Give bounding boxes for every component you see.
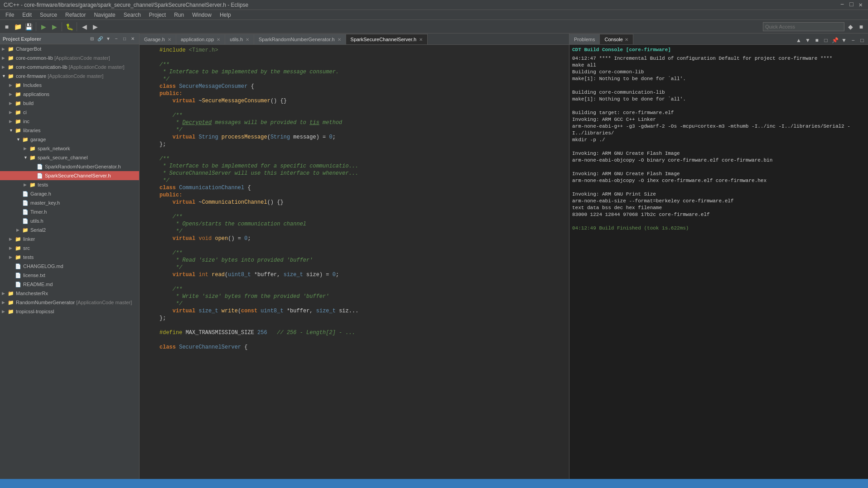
open-btn[interactable]: 📁 xyxy=(13,22,23,32)
tree-readme[interactable]: ▶ 📄 README.md xyxy=(0,280,139,289)
code-line-25: * Opens/starts the communication channel xyxy=(140,220,569,228)
tree-license[interactable]: ▶ 📄 license.txt xyxy=(0,271,139,280)
tree-core-common-lib[interactable]: ▶ 📁 core-common-lib [ApplicationCode mas… xyxy=(0,53,139,62)
tree-build[interactable]: ▶ 📁 build xyxy=(0,99,139,108)
console-scroll-up[interactable]: ▲ xyxy=(795,36,803,44)
tree-includes[interactable]: ▶ 📁 Includes xyxy=(0,81,139,90)
icon-core-comm-lib: 📁 xyxy=(7,63,14,71)
tab-application-cpp-label: application.cpp xyxy=(181,37,214,42)
tab-console-close[interactable]: ✕ xyxy=(625,37,628,42)
tab-application-cpp-close[interactable]: ✕ xyxy=(217,37,220,42)
tab-spark-random-close[interactable]: ✕ xyxy=(338,37,341,42)
menu-navigate[interactable]: Navigate xyxy=(90,11,119,19)
menu-search[interactable]: Search xyxy=(120,11,145,19)
tree-changelog[interactable]: ▶ 📄 CHANGELOG.md xyxy=(0,262,139,271)
perspectives-btn[interactable]: ◆ xyxy=(845,22,855,32)
console-maximize[interactable]: □ xyxy=(858,36,866,44)
console-clear[interactable]: ■ xyxy=(813,36,821,44)
tree-serial2[interactable]: ▶ 📁 Serial2 xyxy=(0,225,139,234)
new-btn[interactable]: ■ xyxy=(2,22,12,32)
back-btn[interactable]: ◀ xyxy=(79,22,89,32)
explorer-menu-btn[interactable]: ▼ xyxy=(105,35,112,43)
tree-core-firmware[interactable]: ▼ 📁 core-firmware [ApplicationCode maste… xyxy=(0,72,139,81)
menu-file[interactable]: File xyxy=(2,11,18,19)
code-line-35: * Write 'size' bytes from the provided '… xyxy=(140,293,569,300)
forward-btn[interactable]: ▶ xyxy=(90,22,100,32)
tree-chargerbot[interactable]: ▶ 📁 ChargerBot xyxy=(0,44,139,53)
tree-garage-h[interactable]: ▶ 📄 Garage.h xyxy=(0,189,139,198)
tree-ci[interactable]: ▶ 📁 ci xyxy=(0,108,139,117)
tree-timer-h[interactable]: ▶ 📄 Timer.h xyxy=(0,207,139,216)
menu-project[interactable]: Project xyxy=(145,11,169,19)
tree-master-key-h[interactable]: ▶ 📄 master_key.h xyxy=(0,198,139,207)
menu-edit[interactable]: Edit xyxy=(19,11,35,19)
close-btn[interactable]: ✕ xyxy=(859,1,863,9)
code-line-1: #include <Timer.h> xyxy=(140,47,569,54)
tree-tests-secure[interactable]: ▶ 📁 tests xyxy=(0,180,139,189)
tab-application-cpp[interactable]: application.cpp ✕ xyxy=(176,34,225,44)
tree-core-comm-lib[interactable]: ▶ 📁 core-communication-lib [ApplicationC… xyxy=(0,62,139,72)
menu-refactor[interactable]: Refactor xyxy=(62,11,89,19)
tab-spark-secure-server[interactable]: SparkSecureChannelServer.h ✕ xyxy=(346,34,428,44)
explorer-maximize-btn[interactable]: □ xyxy=(121,35,128,43)
tree-src[interactable]: ▶ 📁 src xyxy=(0,244,139,253)
quick-access-box[interactable] xyxy=(763,22,844,31)
tree-randomnumgen[interactable]: ▶ 📁 RandomNumberGenerator [ApplicationCo… xyxy=(0,298,139,307)
tree-spark-secure-channel[interactable]: ▼ 📁 spark_secure_channel xyxy=(0,153,139,162)
code-line-23 xyxy=(140,206,569,213)
title-bar-controls: − □ ✕ xyxy=(839,1,864,9)
tree-manchesterrx[interactable]: ▶ 📁 ManchesterRx xyxy=(0,289,139,298)
tab-garage-h-close[interactable]: ✕ xyxy=(168,37,171,42)
code-line-17: * Interface to be implemented for a spec… xyxy=(140,163,569,170)
tab-spark-secure-server-close[interactable]: ✕ xyxy=(419,37,423,42)
tab-utils-h-close[interactable]: ✕ xyxy=(246,37,249,42)
tree-applications[interactable]: ▶ 📁 applications xyxy=(0,90,139,99)
maximize-btn[interactable]: □ xyxy=(849,1,853,9)
code-line-32: virtual int read(uint8_t *buffer, size_t… xyxy=(140,271,569,278)
console-copy[interactable]: □ xyxy=(822,36,830,44)
debug-btn[interactable]: 🐛 xyxy=(64,22,74,32)
save-btn[interactable]: 💾 xyxy=(24,22,34,32)
tab-console[interactable]: Console ✕ xyxy=(600,34,633,44)
menu-source[interactable]: Source xyxy=(36,11,61,19)
tree-spark-random[interactable]: ▶ 📄 SparkRandomNumberGenerator.h xyxy=(0,162,139,171)
explorer-toolbar: ⊟ 🔗 ▼ − □ ✕ xyxy=(88,35,136,43)
tab-spark-random[interactable]: SparkRandomNumberGenerator.h ✕ xyxy=(254,34,346,44)
explorer-close-btn[interactable]: ✕ xyxy=(129,35,136,43)
tab-utils-h[interactable]: utils.h ✕ xyxy=(225,34,254,44)
menu-help[interactable]: Help xyxy=(216,11,235,19)
menu-window[interactable]: Window xyxy=(188,11,215,19)
build-btn[interactable]: ▶ xyxy=(39,22,48,32)
tree-linker[interactable]: ▶ 📁 linker xyxy=(0,234,139,244)
tree-tests-top[interactable]: ▶ 📁 tests xyxy=(0,253,139,262)
console-line-15: Invoking: ARM GNU Print Size xyxy=(572,191,865,198)
tree-libraries[interactable]: ▼ 📁 libraries xyxy=(0,126,139,135)
label-randomnumgen: RandomNumberGenerator [ApplicationCode m… xyxy=(16,300,132,305)
console-options[interactable]: ▼ xyxy=(840,36,848,44)
tree-inc[interactable]: ▶ 📁 inc xyxy=(0,117,139,126)
console-pin[interactable]: 📌 xyxy=(831,36,839,44)
console-output[interactable]: CDT Build Console [core-firmware] 04:12:… xyxy=(569,45,868,488)
tree-tropicssl[interactable]: ▶ 📁 tropicssl-tropicssl xyxy=(0,307,139,316)
menu-run[interactable]: Run xyxy=(170,11,188,19)
explorer-collapse-btn[interactable]: ⊟ xyxy=(88,35,96,43)
tree-utils-h[interactable]: ▶ 📄 utils.h xyxy=(0,216,139,225)
code-line-30: * Read 'size' bytes into provided 'buffe… xyxy=(140,257,569,264)
explorer-link-btn[interactable]: 🔗 xyxy=(96,35,104,43)
quick-access-input[interactable] xyxy=(765,24,842,29)
tree-spark-secure-server[interactable]: ▶ 📄 SparkSecureChannelServer.h xyxy=(0,171,139,180)
console-scroll-down[interactable]: ▼ xyxy=(804,36,812,44)
minimize-btn[interactable]: − xyxy=(840,1,844,9)
console-minimize[interactable]: − xyxy=(849,36,857,44)
explorer-header: Project Explorer ⊟ 🔗 ▼ − □ ✕ xyxy=(0,33,139,44)
views-btn[interactable]: ■ xyxy=(856,22,866,32)
run-btn[interactable]: ▶ xyxy=(49,22,59,32)
explorer-minimize-btn[interactable]: − xyxy=(113,35,120,43)
tab-problems[interactable]: Problems xyxy=(569,34,600,44)
tree-garage[interactable]: ▼ 📁 garage xyxy=(0,135,139,144)
tree-spark-network[interactable]: ▶ 📁 spark_network xyxy=(0,144,139,153)
code-editor[interactable]: #include <Timer.h> /** * Interface to be… xyxy=(140,45,569,488)
sep3 xyxy=(77,22,77,31)
code-line-7: public: xyxy=(140,90,569,97)
tab-garage-h[interactable]: Garage.h ✕ xyxy=(140,34,176,44)
